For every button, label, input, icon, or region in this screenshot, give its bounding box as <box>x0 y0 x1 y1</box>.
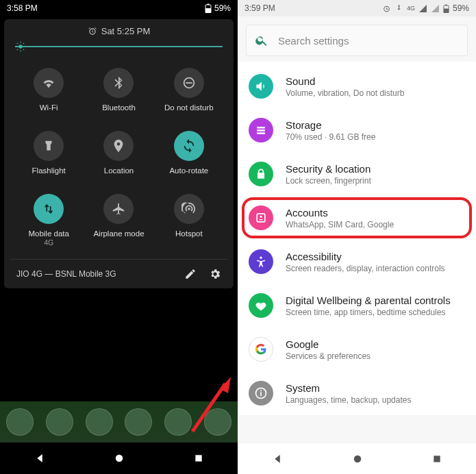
setting-title: Security & location <box>286 163 371 175</box>
flashlight-icon <box>41 138 56 153</box>
volume-icon <box>254 79 268 93</box>
dock-app <box>46 408 73 436</box>
tile-label: Auto-rotate <box>169 166 208 176</box>
hotspot-icon <box>181 201 197 216</box>
carrier-text: JIO 4G — BSNL Mobile 3G <box>16 269 116 279</box>
tile-label: Location <box>104 166 134 176</box>
svg-line-9 <box>23 49 24 50</box>
settings-screenshot: 3:59 PM 4G 59% Search settings Sound Vol… <box>238 0 476 474</box>
status-time: 3:58 PM <box>7 3 38 13</box>
brightness-slider[interactable] <box>15 46 223 47</box>
tile-label: Bluetooth <box>102 103 136 113</box>
setting-google[interactable]: Google Services & preferences <box>238 327 476 371</box>
wifi-icon <box>41 75 56 90</box>
search-icon <box>255 34 268 47</box>
network-label: 4G <box>407 5 415 12</box>
quick-settings-panel: Sat 5:25 PM Wi-Fi Bluetooth Do not distu… <box>4 19 234 288</box>
usb-icon <box>394 4 403 13</box>
status-time: 3:59 PM <box>245 3 275 13</box>
lock-icon <box>254 167 268 181</box>
svg-marker-16 <box>220 377 231 393</box>
svg-rect-2 <box>207 4 209 5</box>
home-icon[interactable] <box>351 453 364 465</box>
dock-app <box>6 408 34 436</box>
tile-mobile-data[interactable]: Mobile data 4G <box>14 194 84 247</box>
setting-title: System <box>286 382 411 394</box>
nav-bar <box>0 442 238 474</box>
tile-wifi[interactable]: Wi-Fi <box>14 68 84 113</box>
tile-airplane[interactable]: Airplane mode <box>84 194 153 247</box>
bluetooth-icon <box>111 75 126 90</box>
setting-subtitle: Services & preferences <box>286 351 371 361</box>
search-settings[interactable]: Search settings <box>246 25 468 56</box>
alarm-icon <box>382 4 391 13</box>
svg-point-3 <box>18 45 22 48</box>
setting-title: Storage <box>286 119 375 131</box>
svg-rect-22 <box>445 4 447 5</box>
setting-subtitle: Screen readers, display, interaction con… <box>286 264 445 273</box>
alarm-icon <box>88 27 97 36</box>
setting-sound[interactable]: Sound Volume, vibration, Do not disturb <box>238 64 476 108</box>
svg-line-8 <box>17 43 18 44</box>
svg-rect-13 <box>186 82 192 84</box>
status-bar: 3:59 PM 4G 59% <box>238 0 476 16</box>
tile-bluetooth[interactable]: Bluetooth <box>84 68 153 113</box>
accessibility-icon <box>254 255 268 269</box>
storage-icon <box>254 123 268 137</box>
setting-subtitle: 70% used · 9.61 GB free <box>286 132 375 142</box>
tile-label: Do not disturb <box>164 103 214 113</box>
gear-icon[interactable] <box>209 268 221 280</box>
settings-list: Sound Volume, vibration, Do not disturb … <box>238 62 476 415</box>
tile-auto-rotate[interactable]: Auto-rotate <box>154 131 224 176</box>
recent-icon[interactable] <box>193 453 204 464</box>
signal-icon <box>418 4 427 13</box>
tile-label: Airplane mode <box>93 229 144 239</box>
svg-rect-24 <box>257 129 265 132</box>
tile-hotspot[interactable]: Hotspot <box>154 194 224 247</box>
dnd-icon <box>181 75 197 90</box>
battery-percent: 59% <box>453 3 469 13</box>
nav-bar <box>238 442 476 474</box>
dock-app <box>86 408 113 436</box>
svg-rect-25 <box>257 132 265 134</box>
tile-dnd[interactable]: Do not disturb <box>154 68 224 113</box>
setting-accessibility[interactable]: Accessibility Screen readers, display, i… <box>238 240 476 284</box>
google-icon <box>254 342 268 356</box>
tile-flashlight[interactable]: Flashlight <box>14 131 84 176</box>
back-icon[interactable] <box>34 452 46 464</box>
setting-wellbeing[interactable]: Digital Wellbeing & parental controls Sc… <box>238 284 476 327</box>
setting-title: Google <box>286 338 371 350</box>
setting-subtitle: Volume, vibration, Do not disturb <box>286 88 404 98</box>
setting-storage[interactable]: Storage 70% used · 9.61 GB free <box>238 108 476 152</box>
tile-label: Hotspot <box>175 229 203 239</box>
svg-line-11 <box>23 43 24 44</box>
airplane-icon <box>111 201 126 216</box>
svg-point-27 <box>260 216 262 218</box>
svg-point-31 <box>260 390 262 391</box>
tile-label: Mobile data <box>28 229 68 239</box>
svg-point-17 <box>116 455 123 462</box>
back-icon[interactable] <box>271 453 284 465</box>
recent-icon[interactable] <box>431 453 442 464</box>
tile-location[interactable]: Location <box>84 131 153 176</box>
status-bar: 3:58 PM 59% <box>0 0 238 16</box>
data-icon <box>41 201 56 216</box>
signal-icon <box>431 4 440 13</box>
dock-app <box>204 408 231 436</box>
setting-title: Sound <box>286 75 404 87</box>
battery-icon <box>205 3 212 13</box>
svg-point-28 <box>260 257 262 259</box>
edit-icon[interactable] <box>184 268 197 280</box>
setting-system[interactable]: System Languages, time, backup, updates <box>238 371 476 415</box>
location-icon <box>111 138 126 153</box>
setting-accounts[interactable]: Accounts WhatsApp, SIM Card, Google <box>238 196 476 240</box>
home-dock <box>0 401 238 442</box>
dock-app <box>125 408 152 436</box>
info-icon <box>254 386 268 400</box>
qs-tile-grid: Wi-Fi Bluetooth Do not disturb Flashligh… <box>10 53 228 259</box>
qs-clock: Sat 5:25 PM <box>10 26 228 36</box>
home-icon[interactable] <box>113 452 125 464</box>
setting-subtitle: Screen time, app timers, bedtime schedul… <box>286 308 451 317</box>
setting-security[interactable]: Security & location Lock screen, fingerp… <box>238 152 476 196</box>
svg-point-32 <box>354 455 362 462</box>
